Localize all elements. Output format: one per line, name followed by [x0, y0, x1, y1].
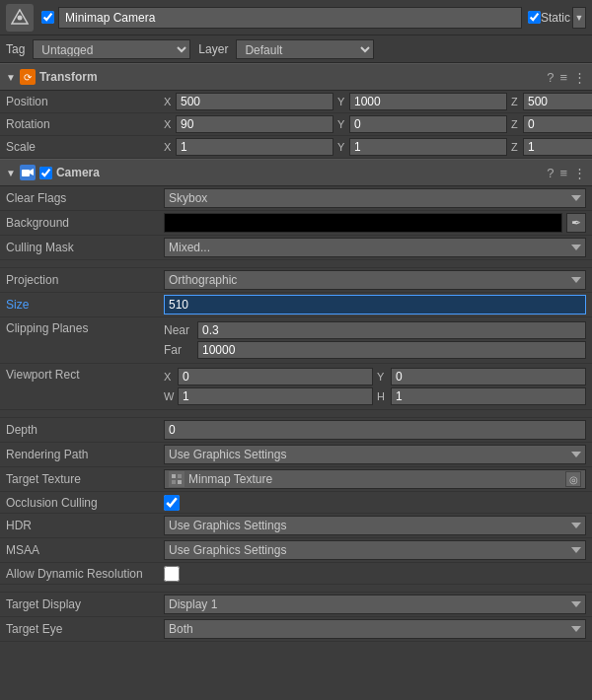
viewport-group: X Y W H [164, 368, 586, 405]
depth-input[interactable] [164, 420, 586, 440]
target-eye-select[interactable]: Both [164, 619, 586, 639]
viewport-row: Viewport Rect X Y W [0, 364, 592, 410]
rotation-row: Rotation X Y Z [0, 113, 592, 136]
camera-overflow-icon[interactable]: ⋮ [573, 166, 586, 180]
rendering-path-select[interactable]: Use Graphics Settings [164, 445, 586, 464]
culling-mask-row: Culling Mask Mixed... [0, 236, 592, 260]
rotation-x-item: X [164, 115, 333, 133]
occlusion-culling-checkbox[interactable] [164, 495, 180, 511]
hdr-select[interactable]: Use Graphics Settings [164, 516, 586, 535]
scale-x-item: X [164, 138, 333, 156]
sx-letter: X [164, 141, 174, 153]
position-y-item: Y [337, 93, 507, 110]
msaa-select[interactable]: Use Graphics Settings [164, 540, 586, 560]
viewport-h-input[interactable] [391, 387, 586, 405]
texture-thumbnail [169, 471, 185, 487]
camera-collapse-arrow[interactable]: ▼ [6, 168, 16, 178]
scale-xyz: X Y Z [164, 138, 592, 156]
viewport-w-input[interactable] [178, 387, 373, 405]
svg-rect-5 [172, 474, 176, 478]
hdr-row: HDR Use Graphics Settings [0, 514, 592, 538]
msaa-label: MSAA [6, 543, 164, 557]
target-display-select[interactable]: Display 1 [164, 595, 586, 614]
tag-select[interactable]: Untagged [33, 39, 190, 59]
scale-y-item: Y [337, 138, 507, 156]
transform-settings-icon[interactable]: ≡ [559, 70, 567, 85]
texture-field[interactable]: Minmap Texture ◎ [164, 469, 586, 489]
rotation-x-input[interactable] [176, 115, 333, 133]
object-name-input[interactable] [58, 7, 522, 29]
occlusion-culling-value [164, 495, 586, 511]
viewport-xy-row: X Y [164, 368, 586, 385]
y-letter: Y [337, 96, 347, 107]
layer-label: Layer [198, 42, 228, 56]
transform-section-header: ▼ ⟳ Transform ? ≡ ⋮ [0, 63, 592, 91]
allow-dynamic-checkbox[interactable] [164, 566, 180, 582]
texture-pick-button[interactable]: ◎ [565, 471, 581, 487]
position-xyz: X Y Z [164, 93, 592, 110]
clipping-row: Clipping Planes Near Far [0, 317, 592, 364]
camera-enabled-checkbox[interactable] [39, 167, 52, 179]
target-display-row: Target Display Display 1 [0, 593, 592, 617]
position-y-input[interactable] [349, 93, 507, 110]
clear-flags-select[interactable]: Skybox [164, 188, 586, 208]
svg-point-1 [18, 15, 23, 20]
target-texture-value: Minmap Texture ◎ [164, 469, 586, 489]
scale-z-input[interactable] [523, 138, 592, 156]
position-z-item: Z [511, 93, 592, 110]
transform-overflow-icon[interactable]: ⋮ [573, 70, 586, 85]
projection-select[interactable]: Orthographic [164, 270, 586, 290]
sz-letter: Z [511, 141, 521, 153]
static-checkbox[interactable] [528, 11, 541, 24]
x-letter: X [164, 96, 174, 107]
culling-mask-select[interactable]: Mixed... [164, 238, 586, 257]
vp-x-item: X [164, 368, 373, 385]
rotation-y-input[interactable] [349, 115, 507, 133]
transform-help-icon[interactable]: ? [547, 70, 554, 85]
svg-rect-6 [178, 474, 182, 478]
eyedropper-button[interactable]: ✒ [566, 213, 586, 233]
target-texture-label: Target Texture [6, 472, 164, 486]
far-input[interactable] [197, 341, 586, 359]
static-dropdown-button[interactable]: ▼ [572, 7, 586, 29]
unity-logo [6, 4, 34, 32]
rendering-path-row: Rendering Path Use Graphics Settings [0, 443, 592, 467]
viewport-value: X Y W H [164, 368, 586, 405]
clipping-value: Near Far [164, 321, 586, 359]
near-label: Near [164, 323, 193, 337]
object-enabled-checkbox[interactable] [41, 11, 54, 24]
scale-y-input[interactable] [349, 138, 507, 156]
position-x-input[interactable] [176, 93, 333, 110]
rotation-value: X Y Z [164, 115, 592, 133]
rotation-z-item: Z [511, 115, 592, 133]
depth-row: Depth [0, 418, 592, 443]
object-enabled-checkbox-wrap [41, 11, 54, 24]
position-x-item: X [164, 93, 333, 110]
depth-label: Depth [6, 423, 164, 437]
near-input[interactable] [197, 321, 586, 339]
svg-rect-7 [172, 480, 176, 484]
background-label: Background [6, 216, 164, 230]
rotation-z-input[interactable] [523, 115, 592, 133]
scale-x-input[interactable] [176, 138, 333, 156]
size-value [164, 295, 586, 315]
background-color-swatch[interactable] [164, 213, 562, 233]
viewport-label: Viewport Rect [6, 368, 164, 382]
camera-help-icon[interactable]: ? [547, 166, 554, 180]
viewport-x-input[interactable] [178, 368, 373, 385]
ry-letter: Y [337, 118, 347, 130]
size-input[interactable] [164, 295, 586, 315]
camera-header-icons: ? ≡ ⋮ [547, 166, 586, 180]
camera-settings-icon[interactable]: ≡ [559, 166, 567, 180]
rz-letter: Z [511, 118, 521, 130]
viewport-y-input[interactable] [391, 368, 586, 385]
position-z-input[interactable] [523, 93, 592, 110]
clipping-near-far: Near Far [164, 321, 586, 359]
transform-collapse-arrow[interactable]: ▼ [6, 72, 16, 83]
layer-select[interactable]: Default [236, 39, 374, 59]
vp-w-item: W [164, 387, 373, 405]
position-label: Position [6, 95, 164, 108]
depth-value [164, 420, 586, 440]
top-bar: Static ▼ [0, 0, 592, 35]
vp-x-letter: X [164, 371, 176, 383]
